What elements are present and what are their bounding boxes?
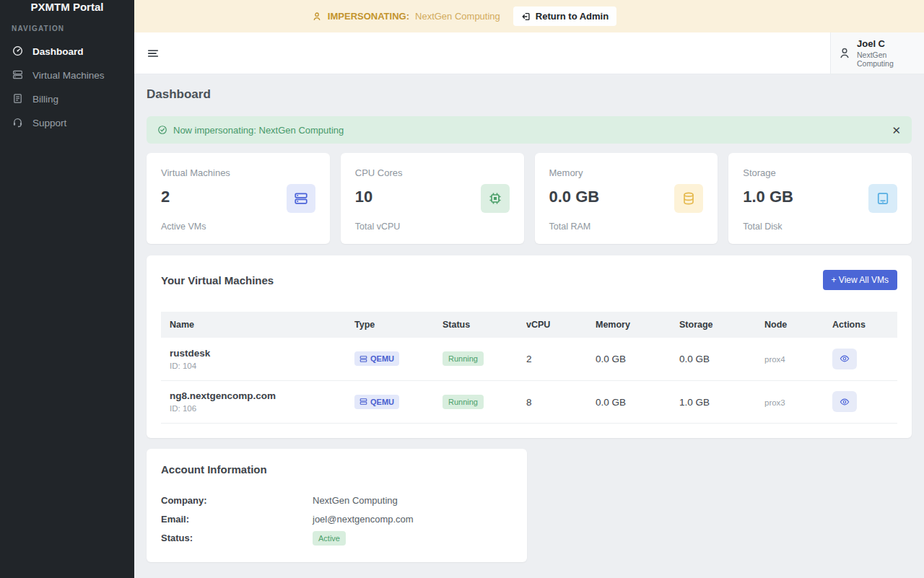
speedometer-icon xyxy=(12,45,23,58)
server-stack-icon xyxy=(287,184,315,213)
account-company-row: Company: NextGen Computing xyxy=(161,491,513,510)
vm-id: ID: 106 xyxy=(170,404,337,413)
stat-card-storage: Storage 1.0 GB Total Disk xyxy=(728,153,912,244)
sidebar-item-label: Billing xyxy=(32,94,58,105)
stat-title: Virtual Machines xyxy=(161,167,315,178)
account-information-section: Account Information Company: NextGen Com… xyxy=(147,449,527,562)
column-header-memory: Memory xyxy=(587,312,671,338)
account-heading: Account Information xyxy=(161,463,513,476)
app-title: PXMTM Portal xyxy=(0,0,134,13)
alert-close-icon[interactable]: ✕ xyxy=(892,125,901,136)
vm-section-header: Your Virtual Machines + View All VMs xyxy=(161,270,897,290)
vm-node: prox4 xyxy=(764,355,785,364)
eye-icon xyxy=(840,354,850,364)
nav-section-label: NAVIGATION xyxy=(0,13,134,40)
stat-subtitle: Total RAM xyxy=(549,222,591,232)
vm-node: prox3 xyxy=(764,398,785,407)
impersonating-label: IMPERSONATING: xyxy=(328,11,409,22)
check-circle-icon xyxy=(157,125,167,135)
stat-title: Storage xyxy=(743,167,897,178)
server-stack-icon xyxy=(12,69,23,82)
stat-card-virtual-machines: Virtual Machines 2 Active VMs xyxy=(147,153,330,244)
user-icon xyxy=(838,47,851,60)
vm-type-badge: QEMU xyxy=(354,395,399,409)
vm-storage: 1.0 GB xyxy=(679,397,710,408)
account-email-row: Email: joel@nextgencomp.com xyxy=(161,510,513,529)
receipt-icon xyxy=(12,93,23,106)
column-header-vcpu: vCPU xyxy=(518,312,587,338)
user-info: Joel C NextGen Computing xyxy=(857,38,917,68)
hard-drive-icon xyxy=(868,184,897,213)
impersonation-banner-content: IMPERSONATING: NextGen Computing Return … xyxy=(312,6,616,26)
account-details: Company: NextGen Computing Email: joel@n… xyxy=(161,491,513,548)
status-label: Status: xyxy=(161,533,313,543)
company-label: Company: xyxy=(161,495,313,506)
sidebar-item-support[interactable]: Support xyxy=(0,111,134,135)
page-content: Dashboard Now impersonating: NextGen Com… xyxy=(134,74,924,578)
table-row: ng8.nextgencomp.com ID: 106 QEMU xyxy=(161,380,897,423)
server-stack-icon xyxy=(359,398,367,406)
vm-type-badge: QEMU xyxy=(354,351,399,366)
main-area: IMPERSONATING: NextGen Computing Return … xyxy=(134,0,924,578)
user-menu[interactable]: Joel C NextGen Computing xyxy=(830,32,924,74)
user-name: Joel C xyxy=(857,38,917,49)
sidebar-item-label: Support xyxy=(32,118,66,128)
alert-text: Now impersonating: NextGen Computing xyxy=(173,125,344,136)
virtual-machines-section: Your Virtual Machines + View All VMs Nam… xyxy=(147,255,912,438)
column-header-actions: Actions xyxy=(824,312,897,338)
return-to-admin-button[interactable]: Return to Admin xyxy=(513,6,616,26)
column-header-node: Node xyxy=(756,312,824,338)
view-vm-button[interactable] xyxy=(832,391,857,412)
vm-storage: 0.0 GB xyxy=(679,354,710,364)
sidebar-item-label: Virtual Machines xyxy=(32,70,105,81)
vm-memory: 0.0 GB xyxy=(596,397,626,408)
table-row: rustdesk ID: 104 QEMU xyxy=(161,338,897,380)
eye-icon xyxy=(840,397,850,407)
vm-id: ID: 104 xyxy=(170,362,337,370)
top-bar: Joel C NextGen Computing xyxy=(134,32,924,74)
company-value: NextGen Computing xyxy=(313,495,398,506)
column-header-status: Status xyxy=(434,312,518,338)
vm-name: ng8.nextgencomp.com xyxy=(170,390,337,401)
stat-card-cpu-cores: CPU Cores 10 Total vCPU xyxy=(341,153,524,244)
sidebar: PXMTM Portal NAVIGATION Dashboard V xyxy=(0,0,134,578)
account-status-row: Status: Active xyxy=(161,529,513,548)
stat-subtitle: Total Disk xyxy=(743,222,782,232)
headset-icon xyxy=(12,117,23,130)
impersonating-value: NextGen Computing xyxy=(415,11,500,22)
database-icon xyxy=(674,184,703,213)
stat-title: CPU Cores xyxy=(355,167,510,178)
server-stack-icon xyxy=(359,355,367,363)
sidebar-item-dashboard[interactable]: Dashboard xyxy=(0,40,134,64)
column-header-name: Name xyxy=(161,312,346,338)
vm-status-badge: Running xyxy=(443,351,484,366)
sidebar-nav: Dashboard Virtual Machines Billing xyxy=(0,40,134,135)
user-company: NextGen Computing xyxy=(857,51,917,68)
status-badge: Active xyxy=(313,531,346,546)
stat-subtitle: Active VMs xyxy=(161,222,206,232)
email-value: joel@nextgencomp.com xyxy=(313,514,414,525)
person-icon xyxy=(312,12,322,22)
sidebar-item-virtual-machines[interactable]: Virtual Machines xyxy=(0,64,134,87)
column-header-storage: Storage xyxy=(671,312,756,338)
stat-title: Memory xyxy=(549,167,704,178)
box-arrow-left-icon xyxy=(521,12,531,22)
cpu-chip-icon xyxy=(481,184,510,213)
sidebar-toggle-button[interactable] xyxy=(147,47,160,60)
vm-section-heading: Your Virtual Machines xyxy=(161,274,274,286)
vm-table: Name Type Status vCPU Memory Storage Nod… xyxy=(161,312,897,424)
impersonation-alert: Now impersonating: NextGen Computing ✕ xyxy=(147,116,912,144)
page-title: Dashboard xyxy=(147,87,912,102)
email-label: Email: xyxy=(161,514,313,525)
vm-vcpu: 8 xyxy=(526,397,532,408)
stats-row: Virtual Machines 2 Active VMs CPU Cores … xyxy=(147,153,912,244)
return-to-admin-label: Return to Admin xyxy=(536,11,609,22)
app-window: PXMTM Portal NAVIGATION Dashboard V xyxy=(0,0,924,578)
view-vm-button[interactable] xyxy=(832,349,857,369)
stat-subtitle: Total vCPU xyxy=(355,222,401,232)
sidebar-item-billing[interactable]: Billing xyxy=(0,87,134,111)
vm-vcpu: 2 xyxy=(526,354,532,364)
column-header-type: Type xyxy=(346,312,434,338)
view-all-vms-button[interactable]: + View All VMs xyxy=(823,270,897,290)
vm-memory: 0.0 GB xyxy=(596,354,626,364)
